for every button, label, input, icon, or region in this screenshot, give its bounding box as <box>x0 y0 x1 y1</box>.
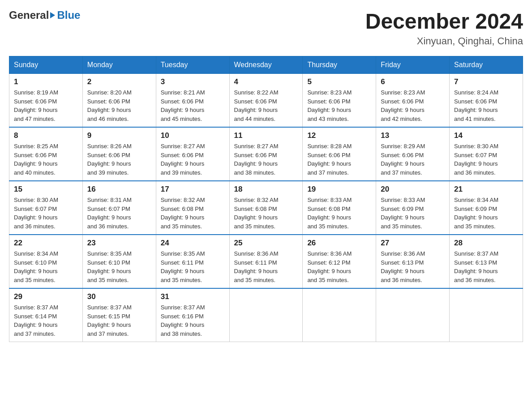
calendar-cell: 19Sunrise: 8:33 AMSunset: 6:08 PMDayligh… <box>303 181 376 235</box>
day-number: 25 <box>234 239 298 248</box>
day-info: Sunrise: 8:36 AMSunset: 6:13 PMDaylight:… <box>381 249 445 284</box>
day-info: Sunrise: 8:33 AMSunset: 6:09 PMDaylight:… <box>381 196 445 231</box>
col-friday: Friday <box>376 56 450 74</box>
day-info: Sunrise: 8:29 AMSunset: 6:06 PMDaylight:… <box>381 142 445 177</box>
day-info: Sunrise: 8:30 AMSunset: 6:07 PMDaylight:… <box>14 196 78 231</box>
day-number: 8 <box>14 131 78 140</box>
day-number: 17 <box>161 185 225 194</box>
day-number: 4 <box>234 77 298 86</box>
day-number: 22 <box>14 239 78 248</box>
calendar-cell: 16Sunrise: 8:31 AMSunset: 6:07 PMDayligh… <box>82 181 156 235</box>
calendar-cell: 27Sunrise: 8:36 AMSunset: 6:13 PMDayligh… <box>376 235 450 288</box>
day-number: 9 <box>87 131 151 140</box>
calendar-cell: 6Sunrise: 8:23 AMSunset: 6:06 PMDaylight… <box>376 74 450 128</box>
day-number: 16 <box>87 185 151 194</box>
day-number: 26 <box>307 239 371 248</box>
calendar-cell: 3Sunrise: 8:21 AMSunset: 6:06 PMDaylight… <box>156 74 229 128</box>
calendar-week-row: 1Sunrise: 8:19 AMSunset: 6:06 PMDaylight… <box>9 74 523 128</box>
calendar-cell: 24Sunrise: 8:35 AMSunset: 6:11 PMDayligh… <box>156 235 229 288</box>
calendar-cell: 18Sunrise: 8:32 AMSunset: 6:08 PMDayligh… <box>229 181 303 235</box>
calendar-cell: 15Sunrise: 8:30 AMSunset: 6:07 PMDayligh… <box>9 181 83 235</box>
title-section: December 2024 Xinyuan, Qinghai, China <box>365 9 523 47</box>
col-sunday: Sunday <box>9 56 83 74</box>
calendar-cell: 21Sunrise: 8:34 AMSunset: 6:09 PMDayligh… <box>450 181 523 235</box>
day-info: Sunrise: 8:36 AMSunset: 6:12 PMDaylight:… <box>307 249 371 284</box>
day-info: Sunrise: 8:25 AMSunset: 6:06 PMDaylight:… <box>14 142 78 177</box>
day-number: 6 <box>381 77 445 86</box>
location: Xinyuan, Qinghai, China <box>365 35 523 47</box>
day-number: 21 <box>454 185 518 194</box>
day-number: 24 <box>161 239 225 248</box>
calendar-cell: 14Sunrise: 8:30 AMSunset: 6:07 PMDayligh… <box>450 127 523 181</box>
calendar-cell: 5Sunrise: 8:23 AMSunset: 6:06 PMDaylight… <box>303 74 376 128</box>
calendar-cell: 30Sunrise: 8:37 AMSunset: 6:15 PMDayligh… <box>82 288 156 342</box>
calendar-cell: 29Sunrise: 8:37 AMSunset: 6:14 PMDayligh… <box>9 288 83 342</box>
calendar-cell: 31Sunrise: 8:37 AMSunset: 6:16 PMDayligh… <box>156 288 229 342</box>
col-saturday: Saturday <box>450 56 523 74</box>
day-number: 27 <box>381 239 445 248</box>
logo: General Blue <box>9 9 80 21</box>
calendar-cell: 28Sunrise: 8:37 AMSunset: 6:13 PMDayligh… <box>450 235 523 288</box>
col-wednesday: Wednesday <box>229 56 303 74</box>
day-info: Sunrise: 8:24 AMSunset: 6:06 PMDaylight:… <box>454 88 518 123</box>
day-info: Sunrise: 8:33 AMSunset: 6:08 PMDaylight:… <box>307 196 371 231</box>
day-info: Sunrise: 8:19 AMSunset: 6:06 PMDaylight:… <box>14 88 78 123</box>
day-number: 30 <box>87 292 151 301</box>
calendar-cell: 4Sunrise: 8:22 AMSunset: 6:06 PMDaylight… <box>229 74 303 128</box>
day-number: 14 <box>454 131 518 140</box>
day-info: Sunrise: 8:32 AMSunset: 6:08 PMDaylight:… <box>234 196 298 231</box>
col-tuesday: Tuesday <box>156 56 229 74</box>
day-number: 15 <box>14 185 78 194</box>
calendar-cell: 17Sunrise: 8:32 AMSunset: 6:08 PMDayligh… <box>156 181 229 235</box>
day-info: Sunrise: 8:27 AMSunset: 6:06 PMDaylight:… <box>234 142 298 177</box>
day-info: Sunrise: 8:34 AMSunset: 6:10 PMDaylight:… <box>14 249 78 284</box>
day-number: 28 <box>454 239 518 248</box>
day-number: 11 <box>234 131 298 140</box>
day-number: 31 <box>161 292 225 301</box>
day-number: 1 <box>14 77 78 86</box>
calendar-cell: 10Sunrise: 8:27 AMSunset: 6:06 PMDayligh… <box>156 127 229 181</box>
day-info: Sunrise: 8:35 AMSunset: 6:10 PMDaylight:… <box>87 249 151 284</box>
day-number: 10 <box>161 131 225 140</box>
calendar-cell: 8Sunrise: 8:25 AMSunset: 6:06 PMDaylight… <box>9 127 83 181</box>
day-number: 5 <box>307 77 371 86</box>
calendar-cell <box>450 288 523 342</box>
calendar-cell: 11Sunrise: 8:27 AMSunset: 6:06 PMDayligh… <box>229 127 303 181</box>
calendar-cell <box>229 288 303 342</box>
calendar-cell: 12Sunrise: 8:28 AMSunset: 6:06 PMDayligh… <box>303 127 376 181</box>
day-number: 20 <box>381 185 445 194</box>
calendar-cell: 9Sunrise: 8:26 AMSunset: 6:06 PMDaylight… <box>82 127 156 181</box>
calendar-cell <box>376 288 450 342</box>
day-info: Sunrise: 8:35 AMSunset: 6:11 PMDaylight:… <box>161 249 225 284</box>
day-number: 13 <box>381 131 445 140</box>
calendar-cell: 26Sunrise: 8:36 AMSunset: 6:12 PMDayligh… <box>303 235 376 288</box>
calendar-cell <box>303 288 376 342</box>
day-info: Sunrise: 8:34 AMSunset: 6:09 PMDaylight:… <box>454 196 518 231</box>
col-monday: Monday <box>82 56 156 74</box>
day-number: 12 <box>307 131 371 140</box>
page-header: General Blue December 2024 Xinyuan, Qing… <box>9 9 523 47</box>
day-info: Sunrise: 8:27 AMSunset: 6:06 PMDaylight:… <box>161 142 225 177</box>
day-info: Sunrise: 8:37 AMSunset: 6:15 PMDaylight:… <box>87 303 151 338</box>
day-info: Sunrise: 8:22 AMSunset: 6:06 PMDaylight:… <box>234 88 298 123</box>
calendar-cell: 1Sunrise: 8:19 AMSunset: 6:06 PMDaylight… <box>9 74 83 128</box>
calendar-cell: 20Sunrise: 8:33 AMSunset: 6:09 PMDayligh… <box>376 181 450 235</box>
day-number: 18 <box>234 185 298 194</box>
logo-general: General <box>9 9 49 21</box>
day-info: Sunrise: 8:26 AMSunset: 6:06 PMDaylight:… <box>87 142 151 177</box>
day-info: Sunrise: 8:21 AMSunset: 6:06 PMDaylight:… <box>161 88 225 123</box>
day-info: Sunrise: 8:31 AMSunset: 6:07 PMDaylight:… <box>87 196 151 231</box>
calendar-week-row: 29Sunrise: 8:37 AMSunset: 6:14 PMDayligh… <box>9 288 523 342</box>
calendar-cell: 13Sunrise: 8:29 AMSunset: 6:06 PMDayligh… <box>376 127 450 181</box>
calendar-header-row: Sunday Monday Tuesday Wednesday Thursday… <box>9 56 523 74</box>
day-info: Sunrise: 8:36 AMSunset: 6:11 PMDaylight:… <box>234 249 298 284</box>
calendar-cell: 7Sunrise: 8:24 AMSunset: 6:06 PMDaylight… <box>450 74 523 128</box>
col-thursday: Thursday <box>303 56 376 74</box>
calendar-table: Sunday Monday Tuesday Wednesday Thursday… <box>9 56 523 342</box>
day-number: 23 <box>87 239 151 248</box>
day-number: 2 <box>87 77 151 86</box>
calendar-week-row: 15Sunrise: 8:30 AMSunset: 6:07 PMDayligh… <box>9 181 523 235</box>
day-number: 19 <box>307 185 371 194</box>
day-number: 3 <box>161 77 225 86</box>
calendar-cell: 23Sunrise: 8:35 AMSunset: 6:10 PMDayligh… <box>82 235 156 288</box>
